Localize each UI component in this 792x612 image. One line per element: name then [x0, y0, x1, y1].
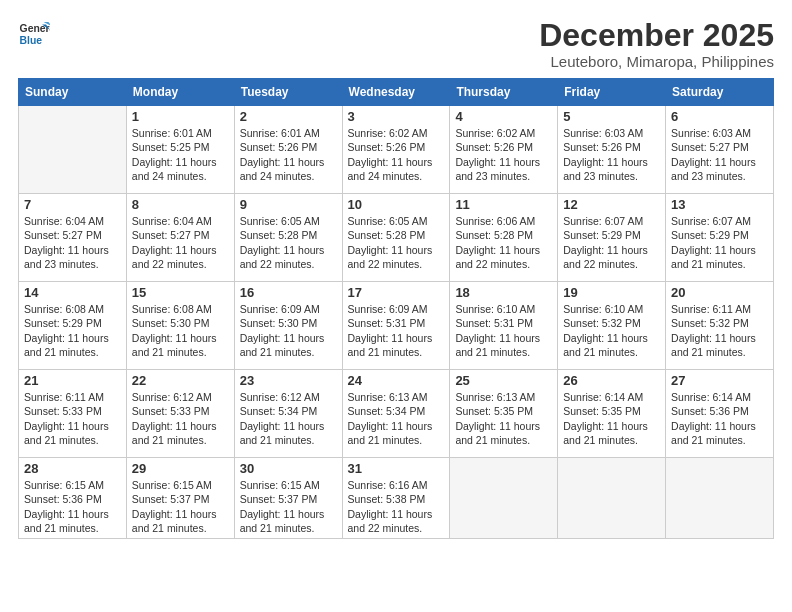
- date-number: 8: [132, 197, 229, 212]
- calendar-cell: [558, 458, 666, 539]
- cell-content: Sunrise: 6:05 AMSunset: 5:28 PMDaylight:…: [348, 214, 445, 271]
- calendar-cell: [450, 458, 558, 539]
- calendar-cell: 19Sunrise: 6:10 AMSunset: 5:32 PMDayligh…: [558, 282, 666, 370]
- header: General Blue December 2025 Leuteboro, Mi…: [18, 18, 774, 70]
- week-row-2: 7Sunrise: 6:04 AMSunset: 5:27 PMDaylight…: [19, 194, 774, 282]
- week-row-4: 21Sunrise: 6:11 AMSunset: 5:33 PMDayligh…: [19, 370, 774, 458]
- day-header-thursday: Thursday: [450, 79, 558, 106]
- date-number: 21: [24, 373, 121, 388]
- calendar-cell: 18Sunrise: 6:10 AMSunset: 5:31 PMDayligh…: [450, 282, 558, 370]
- calendar-cell: 24Sunrise: 6:13 AMSunset: 5:34 PMDayligh…: [342, 370, 450, 458]
- calendar-cell: 5Sunrise: 6:03 AMSunset: 5:26 PMDaylight…: [558, 106, 666, 194]
- date-number: 7: [24, 197, 121, 212]
- calendar-cell: 26Sunrise: 6:14 AMSunset: 5:35 PMDayligh…: [558, 370, 666, 458]
- date-number: 31: [348, 461, 445, 476]
- calendar-cell: 29Sunrise: 6:15 AMSunset: 5:37 PMDayligh…: [126, 458, 234, 539]
- day-header-wednesday: Wednesday: [342, 79, 450, 106]
- calendar-cell: 30Sunrise: 6:15 AMSunset: 5:37 PMDayligh…: [234, 458, 342, 539]
- cell-content: Sunrise: 6:11 AMSunset: 5:32 PMDaylight:…: [671, 302, 768, 359]
- day-header-saturday: Saturday: [666, 79, 774, 106]
- calendar-cell: 9Sunrise: 6:05 AMSunset: 5:28 PMDaylight…: [234, 194, 342, 282]
- date-number: 22: [132, 373, 229, 388]
- calendar-cell: 13Sunrise: 6:07 AMSunset: 5:29 PMDayligh…: [666, 194, 774, 282]
- cell-content: Sunrise: 6:09 AMSunset: 5:30 PMDaylight:…: [240, 302, 337, 359]
- date-number: 30: [240, 461, 337, 476]
- calendar-cell: 22Sunrise: 6:12 AMSunset: 5:33 PMDayligh…: [126, 370, 234, 458]
- date-number: 27: [671, 373, 768, 388]
- calendar-cell: 31Sunrise: 6:16 AMSunset: 5:38 PMDayligh…: [342, 458, 450, 539]
- cell-content: Sunrise: 6:16 AMSunset: 5:38 PMDaylight:…: [348, 478, 445, 535]
- calendar-cell: 27Sunrise: 6:14 AMSunset: 5:36 PMDayligh…: [666, 370, 774, 458]
- calendar-cell: 28Sunrise: 6:15 AMSunset: 5:36 PMDayligh…: [19, 458, 127, 539]
- cell-content: Sunrise: 6:12 AMSunset: 5:34 PMDaylight:…: [240, 390, 337, 447]
- calendar-cell: 2Sunrise: 6:01 AMSunset: 5:26 PMDaylight…: [234, 106, 342, 194]
- calendar-cell: 4Sunrise: 6:02 AMSunset: 5:26 PMDaylight…: [450, 106, 558, 194]
- cell-content: Sunrise: 6:09 AMSunset: 5:31 PMDaylight:…: [348, 302, 445, 359]
- date-number: 28: [24, 461, 121, 476]
- cell-content: Sunrise: 6:07 AMSunset: 5:29 PMDaylight:…: [563, 214, 660, 271]
- date-number: 9: [240, 197, 337, 212]
- cell-content: Sunrise: 6:14 AMSunset: 5:35 PMDaylight:…: [563, 390, 660, 447]
- week-row-3: 14Sunrise: 6:08 AMSunset: 5:29 PMDayligh…: [19, 282, 774, 370]
- cell-content: Sunrise: 6:08 AMSunset: 5:29 PMDaylight:…: [24, 302, 121, 359]
- date-number: 16: [240, 285, 337, 300]
- calendar-cell: 23Sunrise: 6:12 AMSunset: 5:34 PMDayligh…: [234, 370, 342, 458]
- calendar-cell: 6Sunrise: 6:03 AMSunset: 5:27 PMDaylight…: [666, 106, 774, 194]
- day-header-tuesday: Tuesday: [234, 79, 342, 106]
- calendar-cell: [666, 458, 774, 539]
- cell-content: Sunrise: 6:15 AMSunset: 5:37 PMDaylight:…: [132, 478, 229, 535]
- date-number: 15: [132, 285, 229, 300]
- cell-content: Sunrise: 6:04 AMSunset: 5:27 PMDaylight:…: [24, 214, 121, 271]
- calendar-cell: 10Sunrise: 6:05 AMSunset: 5:28 PMDayligh…: [342, 194, 450, 282]
- date-number: 2: [240, 109, 337, 124]
- header-row: SundayMondayTuesdayWednesdayThursdayFrid…: [19, 79, 774, 106]
- date-number: 26: [563, 373, 660, 388]
- calendar-cell: 17Sunrise: 6:09 AMSunset: 5:31 PMDayligh…: [342, 282, 450, 370]
- calendar-cell: 8Sunrise: 6:04 AMSunset: 5:27 PMDaylight…: [126, 194, 234, 282]
- cell-content: Sunrise: 6:03 AMSunset: 5:27 PMDaylight:…: [671, 126, 768, 183]
- date-number: 19: [563, 285, 660, 300]
- calendar-cell: 12Sunrise: 6:07 AMSunset: 5:29 PMDayligh…: [558, 194, 666, 282]
- date-number: 1: [132, 109, 229, 124]
- calendar-cell: 7Sunrise: 6:04 AMSunset: 5:27 PMDaylight…: [19, 194, 127, 282]
- date-number: 25: [455, 373, 552, 388]
- cell-content: Sunrise: 6:14 AMSunset: 5:36 PMDaylight:…: [671, 390, 768, 447]
- date-number: 29: [132, 461, 229, 476]
- calendar-cell: 1Sunrise: 6:01 AMSunset: 5:25 PMDaylight…: [126, 106, 234, 194]
- title-area: December 2025 Leuteboro, Mimaropa, Phili…: [539, 18, 774, 70]
- cell-content: Sunrise: 6:15 AMSunset: 5:36 PMDaylight:…: [24, 478, 121, 535]
- calendar-cell: 15Sunrise: 6:08 AMSunset: 5:30 PMDayligh…: [126, 282, 234, 370]
- date-number: 17: [348, 285, 445, 300]
- date-number: 20: [671, 285, 768, 300]
- cell-content: Sunrise: 6:03 AMSunset: 5:26 PMDaylight:…: [563, 126, 660, 183]
- day-header-friday: Friday: [558, 79, 666, 106]
- calendar-table: SundayMondayTuesdayWednesdayThursdayFrid…: [18, 78, 774, 539]
- cell-content: Sunrise: 6:06 AMSunset: 5:28 PMDaylight:…: [455, 214, 552, 271]
- cell-content: Sunrise: 6:11 AMSunset: 5:33 PMDaylight:…: [24, 390, 121, 447]
- date-number: 24: [348, 373, 445, 388]
- calendar-cell: 20Sunrise: 6:11 AMSunset: 5:32 PMDayligh…: [666, 282, 774, 370]
- date-number: 18: [455, 285, 552, 300]
- date-number: 23: [240, 373, 337, 388]
- cell-content: Sunrise: 6:07 AMSunset: 5:29 PMDaylight:…: [671, 214, 768, 271]
- calendar-cell: 25Sunrise: 6:13 AMSunset: 5:35 PMDayligh…: [450, 370, 558, 458]
- date-number: 5: [563, 109, 660, 124]
- calendar-cell: 11Sunrise: 6:06 AMSunset: 5:28 PMDayligh…: [450, 194, 558, 282]
- cell-content: Sunrise: 6:15 AMSunset: 5:37 PMDaylight:…: [240, 478, 337, 535]
- cell-content: Sunrise: 6:05 AMSunset: 5:28 PMDaylight:…: [240, 214, 337, 271]
- cell-content: Sunrise: 6:01 AMSunset: 5:26 PMDaylight:…: [240, 126, 337, 183]
- calendar-cell: 21Sunrise: 6:11 AMSunset: 5:33 PMDayligh…: [19, 370, 127, 458]
- day-header-monday: Monday: [126, 79, 234, 106]
- cell-content: Sunrise: 6:02 AMSunset: 5:26 PMDaylight:…: [348, 126, 445, 183]
- calendar-cell: 3Sunrise: 6:02 AMSunset: 5:26 PMDaylight…: [342, 106, 450, 194]
- subtitle: Leuteboro, Mimaropa, Philippines: [539, 53, 774, 70]
- cell-content: Sunrise: 6:02 AMSunset: 5:26 PMDaylight:…: [455, 126, 552, 183]
- cell-content: Sunrise: 6:08 AMSunset: 5:30 PMDaylight:…: [132, 302, 229, 359]
- date-number: 12: [563, 197, 660, 212]
- cell-content: Sunrise: 6:13 AMSunset: 5:35 PMDaylight:…: [455, 390, 552, 447]
- day-header-sunday: Sunday: [19, 79, 127, 106]
- date-number: 4: [455, 109, 552, 124]
- cell-content: Sunrise: 6:10 AMSunset: 5:31 PMDaylight:…: [455, 302, 552, 359]
- calendar-cell: 14Sunrise: 6:08 AMSunset: 5:29 PMDayligh…: [19, 282, 127, 370]
- week-row-1: 1Sunrise: 6:01 AMSunset: 5:25 PMDaylight…: [19, 106, 774, 194]
